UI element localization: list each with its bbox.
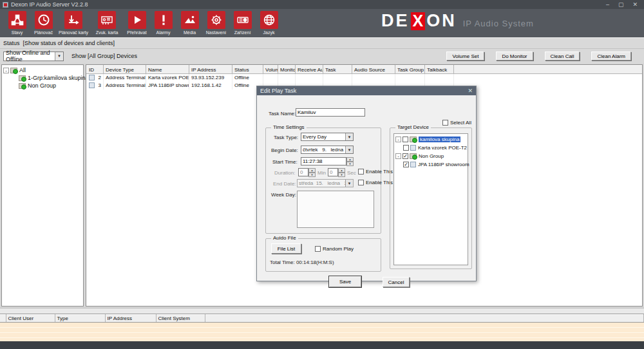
tree-expander-icon[interactable]: - — [3, 68, 9, 73]
toolbar-button-planovac-karty[interactable]: Plánovač karty — [57, 11, 90, 35]
clean-alarm-button[interactable]: Clean Alarm — [591, 52, 631, 61]
client-col-ip[interactable]: IP Address — [105, 315, 156, 323]
panel-splitter[interactable] — [0, 308, 644, 314]
minimize-button[interactable]: – — [606, 0, 609, 9]
save-button[interactable]: Save — [329, 276, 361, 287]
toolbar-button-planovac[interactable]: Plánovač — [30, 11, 57, 35]
chevron-down-icon[interactable]: ▼ — [55, 52, 63, 61]
col-header-ip[interactable]: IP Address — [189, 66, 232, 74]
checkbox-icon[interactable] — [403, 145, 409, 151]
checkbox-icon[interactable] — [358, 180, 364, 185]
toolbar-button-alarmy[interactable]: Alarmy — [150, 11, 176, 35]
select-all-checkbox[interactable]: Select All — [442, 120, 471, 126]
group-folder-icon — [410, 153, 417, 159]
duration-min-input[interactable] — [298, 168, 308, 176]
dialog-close-icon[interactable]: ✕ — [468, 88, 473, 94]
start-time-label: Start Time: — [272, 159, 298, 165]
begin-date-dropdown[interactable]: čtvrtek 9. ledna 20 ▼ — [301, 146, 354, 154]
group-folder-icon — [410, 137, 417, 142]
duration-sec-unit: Sec — [347, 170, 356, 176]
toolbar-label: Stavy — [12, 30, 23, 35]
duration-sec-spinner[interactable]: ▲▼ — [338, 168, 345, 176]
tree-item-group[interactable]: - kamilova skupina — [395, 135, 466, 144]
logo-x-mark: X — [411, 12, 426, 30]
col-header-device-type[interactable]: Device Type — [104, 66, 146, 74]
table-row[interactable]: 2 Address Terminal Karta vzorek POE-T2 9… — [87, 74, 643, 82]
chevron-down-icon[interactable]: ▼ — [345, 180, 353, 187]
dialog-title-bar[interactable]: Edit Play Task ✕ — [257, 86, 476, 95]
do-monitor-button[interactable]: Do Monitor — [496, 52, 533, 61]
col-header-task[interactable]: Task — [323, 66, 352, 74]
tree-item-non-group[interactable]: Non Group — [3, 82, 82, 90]
end-date-enable-checkbox[interactable]: Enable This — [358, 180, 393, 185]
task-type-dropdown[interactable]: Every Day ▼ — [301, 133, 354, 141]
tree-expander-icon[interactable]: - — [395, 153, 401, 159]
client-table-panel: Client User Type IP Address Client Syste… — [0, 314, 644, 341]
client-col-system[interactable]: Client System — [156, 315, 205, 323]
checkbox-icon[interactable]: ✓ — [402, 153, 408, 159]
toolbar-button-jazyk[interactable]: Jazyk — [256, 11, 282, 35]
checkbox-icon[interactable] — [315, 246, 321, 252]
toolbar-button-stavy[interactable]: Stavy — [4, 11, 30, 35]
task-type-label: Task Type: — [274, 135, 298, 140]
chevron-down-icon[interactable]: ▼ — [345, 146, 353, 153]
client-col-filler — [205, 315, 644, 323]
week-day-label: Week Day: — [271, 192, 296, 198]
col-header-id[interactable]: ID — [87, 66, 104, 74]
group-folder-icon — [19, 83, 26, 89]
start-time-spinner[interactable]: ▲▼ — [346, 157, 354, 165]
tree-item-label: Non Group — [28, 82, 56, 89]
col-header-receive-audio[interactable]: Receive Audio — [296, 66, 323, 74]
col-header-talkback[interactable]: Talkback — [425, 66, 454, 74]
volume-set-button[interactable]: Volume Set — [446, 52, 484, 61]
toolbar-button-media[interactable]: Média — [176, 11, 203, 35]
col-header-task-group[interactable]: Task Group — [395, 66, 425, 74]
target-device-tree[interactable]: - kamilova skupina Karta vzorek POE-T2 -… — [393, 133, 468, 265]
client-col-user[interactable]: Client User — [6, 315, 55, 323]
checkbox-icon[interactable]: ✓ — [403, 162, 409, 167]
toolbar-button-zarizeni[interactable]: Zařízení — [229, 11, 256, 35]
col-header-name[interactable]: Name — [146, 66, 189, 74]
logo-tagline: IP Audio System — [463, 19, 534, 28]
begin-date-label: Begin Date: — [271, 147, 298, 153]
brand-logo: DEXON IP Audio System — [381, 12, 534, 30]
toolbar-button-nastaveni[interactable]: Nastavení — [203, 11, 229, 35]
duration-enable-checkbox[interactable]: Enable This — [358, 169, 393, 174]
close-button[interactable]: ✕ — [632, 0, 638, 9]
file-list-button[interactable]: File List — [271, 243, 301, 254]
clean-call-button[interactable]: Clean Call — [545, 52, 580, 61]
duration-min-spinner[interactable]: ▲▼ — [308, 168, 316, 176]
tree-item-label: JPA 1186IP showroom — [418, 162, 469, 167]
start-time-input[interactable] — [301, 157, 346, 165]
tree-expander-icon[interactable]: - — [395, 137, 401, 142]
clock-icon — [35, 11, 53, 29]
logo-text-de: DE — [381, 12, 410, 30]
col-header-status[interactable]: Status — [232, 66, 263, 74]
tree-item-group[interactable]: - ✓ Non Group — [395, 152, 466, 160]
checkbox-icon[interactable] — [442, 120, 448, 126]
edit-play-task-dialog: Edit Play Task ✕ Task Name: Select All T… — [256, 86, 477, 281]
client-col-type[interactable]: Type — [55, 315, 105, 323]
tree-item-device[interactable]: ✓ JPA 1186IP showroom — [395, 160, 466, 169]
toolbar-button-prehravat[interactable]: Přehrávat — [124, 11, 150, 35]
col-header-monitor[interactable]: Monitor — [278, 66, 296, 74]
online-filter-dropdown[interactable]: Show Online and Offline ▼ — [3, 52, 64, 61]
task-name-input[interactable] — [296, 108, 365, 117]
window-title: Dexon IP Audio Server V2.2.8 — [11, 1, 88, 8]
cancel-button[interactable]: Cancel — [383, 277, 410, 287]
week-day-listbox[interactable] — [297, 191, 374, 228]
toolbar-button-zvuk-karta[interactable]: Zvuk. karta — [90, 11, 124, 35]
tree-item-group-1[interactable]: 1-Grp:kamilova skupina — [3, 74, 82, 82]
checkbox-icon[interactable] — [402, 137, 408, 142]
random-play-checkbox[interactable]: Random Play — [315, 246, 354, 252]
col-header-audio-source[interactable]: Audio Source — [352, 66, 395, 74]
maximize-button[interactable]: ▢ — [618, 0, 624, 9]
end-date-dropdown[interactable]: středa 15. ledna 20 ▼ — [297, 179, 354, 187]
tree-item-device[interactable]: Karta vzorek POE-T2 — [395, 144, 466, 152]
tree-item-all[interactable]: - All — [3, 66, 82, 74]
group-folder-icon — [10, 68, 17, 73]
checkbox-icon[interactable] — [358, 169, 364, 174]
duration-sec-input[interactable] — [328, 168, 338, 176]
chevron-down-icon[interactable]: ▼ — [345, 133, 353, 140]
col-header-volume[interactable]: Volume — [263, 66, 278, 74]
